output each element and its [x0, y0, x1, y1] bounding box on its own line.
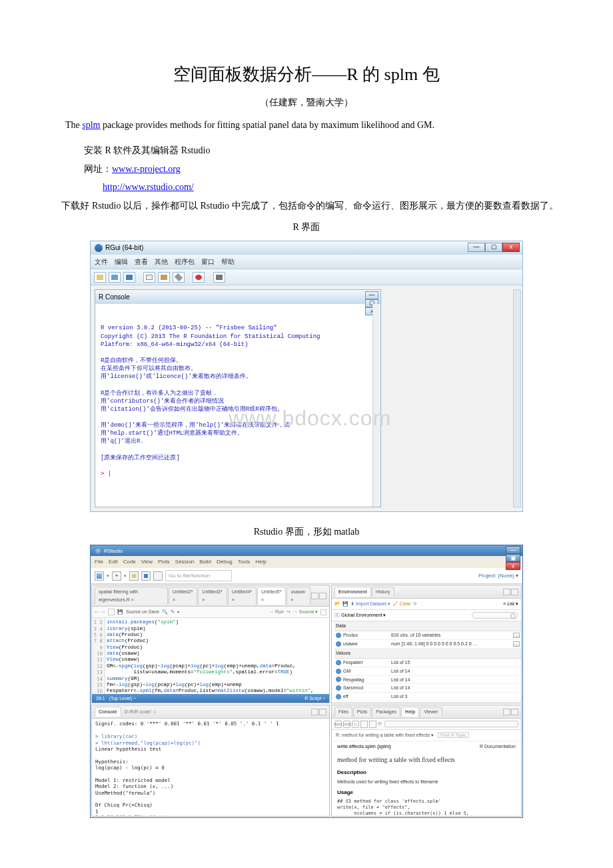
- source-editor[interactable]: 1 2 3 4 5 6 7 8 9 10 11 12 13 14 15 16 1…: [92, 618, 329, 693]
- console-body[interactable]: Signif. codes: 0 '***' 0.001 '**' 0.01 '…: [92, 719, 329, 816]
- env-row[interactable]: Produc816 obs. of 10 variables: [334, 631, 521, 640]
- env-row[interactable]: RespatlagList of 14: [334, 676, 521, 685]
- env-scope[interactable]: Global Environment ▾: [341, 611, 386, 619]
- clear-button[interactable]: 🧹 Clear: [392, 600, 411, 608]
- refresh-icon[interactable]: ⟳: [413, 600, 417, 608]
- menu-view[interactable]: View: [141, 559, 153, 565]
- copy-paste-icon[interactable]: [173, 272, 185, 283]
- menu-帮助[interactable]: 帮助: [221, 258, 235, 265]
- source-tab[interactable]: Untitled5* ×: [257, 587, 286, 605]
- wand-icon[interactable]: ✎: [171, 608, 175, 616]
- env-row[interactable]: GMList of 14: [334, 667, 521, 676]
- outline-icon[interactable]: [320, 609, 326, 615]
- help-home-icon[interactable]: ⌂: [352, 721, 359, 728]
- expand-icon[interactable]: [336, 685, 341, 691]
- save-env-icon[interactable]: 💾: [342, 600, 348, 608]
- pane-minimize-icon[interactable]: [311, 593, 318, 599]
- source-tab[interactable]: usaww ×: [287, 587, 310, 605]
- view-data-icon[interactable]: [513, 641, 520, 647]
- filetype-label[interactable]: R Script ÷: [305, 695, 325, 703]
- rerun-button[interactable]: ↪: [287, 608, 291, 616]
- menu-code[interactable]: Code: [123, 559, 136, 565]
- source-button[interactable]: → Source ▾: [293, 608, 318, 616]
- find-in-topic-input[interactable]: Find in Topic: [438, 732, 469, 738]
- help-forward-icon[interactable]: ⟹: [343, 721, 350, 728]
- source-tab[interactable]: Untitled3* ×: [198, 587, 227, 605]
- menu-tools[interactable]: Tools: [238, 559, 251, 565]
- menu-build[interactable]: Build: [199, 559, 211, 565]
- find-icon[interactable]: 🔍: [162, 608, 168, 616]
- menu-窗口[interactable]: 窗口: [201, 258, 215, 265]
- minimize-button[interactable]: —: [468, 243, 485, 252]
- show-doc-icon[interactable]: [108, 609, 115, 615]
- help-refresh-icon[interactable]: ⟳: [378, 720, 382, 728]
- maximize-button[interactable]: ▢: [485, 243, 502, 252]
- forward-icon[interactable]: ⇨: [101, 608, 105, 616]
- copy-icon[interactable]: [143, 272, 155, 283]
- env-row[interactable]: SarsrmodList of 14: [334, 684, 521, 693]
- menu-session[interactable]: Session: [175, 559, 194, 565]
- project-label[interactable]: Project: (None) ▾: [478, 571, 518, 581]
- extra-pane-icon[interactable]: [319, 709, 326, 715]
- tab-environment[interactable]: Environment: [334, 587, 371, 597]
- print-icon[interactable]: [153, 571, 163, 581]
- paste-icon[interactable]: [158, 272, 170, 283]
- menu-debug[interactable]: Debug: [217, 559, 233, 565]
- load-workspace-icon[interactable]: [109, 272, 121, 283]
- menu-文件[interactable]: 文件: [95, 258, 108, 265]
- tab-help[interactable]: Help: [401, 707, 419, 717]
- pane-minimize-icon[interactable]: [503, 589, 510, 595]
- expand-icon[interactable]: [336, 660, 341, 665]
- tab-packages[interactable]: Packages: [372, 707, 400, 717]
- expand-icon[interactable]: [336, 633, 341, 638]
- menu-其他[interactable]: 其他: [155, 258, 168, 265]
- list-view-button[interactable]: ≡ List ▾: [503, 600, 518, 608]
- help-print-icon[interactable]: [360, 721, 368, 728]
- source-tab[interactable]: spatial filtering with eigenvectors.R ×: [95, 587, 168, 605]
- rstudio-link[interactable]: http://www.rstudio.com/: [103, 182, 194, 192]
- env-row[interactable]: usawwnum [1:48, 1:48] 0 0 0 0 0 0 0 0.5 …: [334, 640, 521, 649]
- menu-help[interactable]: Help: [255, 559, 266, 565]
- menu-程序包[interactable]: 程序包: [175, 258, 195, 265]
- menu-查看[interactable]: 查看: [135, 258, 148, 265]
- view-data-icon[interactable]: [513, 633, 520, 638]
- print-icon[interactable]: [213, 272, 225, 283]
- source-tab[interactable]: Untitled2* ×: [169, 587, 197, 605]
- source-on-save-label[interactable]: Source on Save: [126, 608, 159, 616]
- stop-icon[interactable]: [193, 272, 205, 283]
- open-file-icon[interactable]: [129, 571, 139, 581]
- r-project-link[interactable]: www.r-project.org: [112, 164, 181, 174]
- run-button[interactable]: → Run: [269, 608, 284, 616]
- extra-pane-icon[interactable]: [511, 709, 518, 715]
- tab-viewer[interactable]: Viewer: [420, 707, 442, 717]
- open-icon[interactable]: [94, 272, 106, 283]
- env-row[interactable]: FespaterrList of 15: [334, 659, 521, 667]
- new-file-icon[interactable]: [95, 571, 104, 581]
- menu-file[interactable]: File: [95, 559, 103, 565]
- tab-console[interactable]: Console: [95, 707, 121, 717]
- expand-icon[interactable]: [336, 677, 341, 682]
- save-icon[interactable]: [123, 272, 135, 283]
- goto-file-input[interactable]: Go to file/function: [165, 570, 232, 582]
- extra-pane-icon[interactable]: [511, 589, 518, 595]
- console-scrollbar[interactable]: [372, 304, 380, 506]
- env-row[interactable]: effList of 3: [334, 693, 521, 701]
- close-button[interactable]: x: [502, 243, 520, 252]
- pane-minimize-icon[interactable]: [311, 709, 318, 715]
- env-search-input[interactable]: [472, 612, 518, 619]
- help-search-input[interactable]: [384, 721, 518, 727]
- help-back-icon[interactable]: ⟸: [334, 721, 342, 728]
- save-all-icon[interactable]: [141, 571, 151, 581]
- tab-files[interactable]: Files: [334, 707, 352, 717]
- back-icon[interactable]: ⇦: [95, 608, 99, 616]
- source-tab[interactable]: Untitled4* ×: [228, 587, 257, 605]
- help-window-icon[interactable]: [369, 721, 376, 728]
- source-code[interactable]: install.packages("splm") library(splm) d…: [107, 618, 329, 693]
- rgui-scrollbar[interactable]: [513, 289, 521, 507]
- tab-history[interactable]: History: [372, 587, 394, 597]
- pane-minimize-icon[interactable]: [503, 709, 510, 715]
- new-project-icon[interactable]: [112, 571, 121, 581]
- tab-plots[interactable]: Plots: [353, 707, 372, 717]
- expand-icon[interactable]: [336, 641, 341, 647]
- scope-label[interactable]: (Top Level) ÷: [109, 695, 136, 703]
